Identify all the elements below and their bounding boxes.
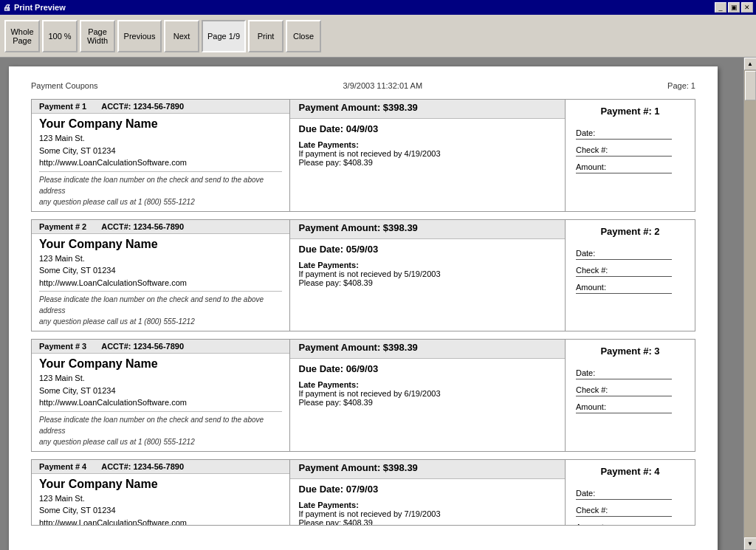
toolbar: Whole Page 100 % Page Width Previous Nex… — [0, 15, 756, 58]
due-date: Due Date: 05/9/03 — [299, 244, 557, 255]
coupon-header: Payment # 1 ACCT#: 1234-56-7890 — [32, 100, 289, 114]
late-payments-title: Late Payments: — [299, 501, 557, 509]
page-header: Payment Coupons 3/9/2003 11:32:01 AM Pag… — [31, 81, 695, 90]
coupon-mid-section: Payment Amount: $398.39 Due Date: 07/9/0… — [290, 460, 566, 525]
scroll-up-button[interactable]: ▲ — [744, 58, 757, 70]
minimize-button[interactable]: _ — [715, 2, 726, 13]
coupon-stub-section: Payment #: 4 Date: Check #: Amount: — [566, 460, 695, 525]
coupon-header: Payment # 3 ACCT#: 1234-56-7890 — [32, 340, 289, 354]
payment-number: Payment # 3 — [39, 342, 86, 351]
coupons-container: Payment # 1 ACCT#: 1234-56-7890 Your Com… — [31, 99, 695, 526]
page-header-left: Payment Coupons — [31, 81, 98, 90]
coupon-4: Payment # 4 ACCT#: 1234-56-7890 Your Com… — [31, 459, 695, 526]
payment-number: Payment # 4 — [39, 462, 86, 471]
late-payments-title: Late Payments: — [299, 380, 557, 389]
stub-amount-field: Amount: — [576, 523, 672, 526]
coupon-note: Please indicate the loan number on the c… — [39, 411, 282, 447]
late-payment-text: If payment is not recieved by 7/19/2003 — [299, 509, 557, 518]
payment-number: Payment # 1 — [39, 102, 86, 111]
previous-button[interactable]: Previous — [117, 20, 162, 52]
late-payment-text: If payment is not recieved by 5/19/2003 — [299, 269, 557, 278]
coupon-address-section: Your Company Name 123 Main St.Some City,… — [32, 234, 289, 331]
payment-amount: Payment Amount: $398.39 — [290, 220, 566, 239]
next-button[interactable]: Next — [164, 20, 199, 52]
page-container: Payment Coupons 3/9/2003 11:32:01 AM Pag… — [0, 58, 743, 550]
coupon-mid-section: Payment Amount: $398.39 Due Date: 04/9/0… — [290, 100, 566, 211]
stub-date-field: Date: — [576, 128, 672, 140]
coupon-address-section: Your Company Name 123 Main St.Some City,… — [32, 114, 289, 211]
payment-amount: Payment Amount: $398.39 — [290, 460, 566, 479]
coupon-mid-section: Payment Amount: $398.39 Due Date: 06/9/0… — [290, 340, 566, 451]
company-name: Your Company Name — [39, 238, 282, 251]
due-date: Due Date: 06/9/03 — [299, 363, 557, 374]
app-icon: 🖨 — [3, 3, 11, 12]
scroll-track[interactable] — [744, 70, 756, 537]
stub-amount-field: Amount: — [576, 283, 672, 294]
due-date: Due Date: 07/9/03 — [299, 484, 557, 495]
stub-check-field: Check #: — [576, 385, 672, 396]
late-payment-amount: Please pay: $408.39 — [299, 158, 557, 167]
coupon-left-section: Payment # 2 ACCT#: 1234-56-7890 Your Com… — [32, 220, 290, 331]
zoom-button[interactable]: 100 % — [42, 20, 78, 52]
coupon-left-section: Payment # 4 ACCT#: 1234-56-7890 Your Com… — [32, 460, 290, 525]
stub-amount-field: Amount: — [576, 402, 672, 413]
payment-amount: Payment Amount: $398.39 — [290, 340, 566, 359]
title-bar: 🖨 Print Preview _ ▣ ✕ — [0, 0, 756, 15]
address: 123 Main St.Some City, ST 01234http://ww… — [39, 132, 282, 169]
title-bar-text: Print Preview — [14, 3, 66, 12]
coupon-3: Payment # 3 ACCT#: 1234-56-7890 Your Com… — [31, 339, 695, 452]
stub-check-field: Check #: — [576, 266, 672, 277]
company-name: Your Company Name — [39, 357, 282, 371]
late-payment-text: If payment is not recieved by 6/19/2003 — [299, 389, 557, 398]
main-area: Payment Coupons 3/9/2003 11:32:01 AM Pag… — [0, 58, 756, 550]
coupon-stub-section: Payment #: 1 Date: Check #: Amount: — [566, 100, 695, 211]
payment-amount: Payment Amount: $398.39 — [290, 100, 566, 119]
scroll-down-button[interactable]: ▼ — [744, 537, 757, 550]
stub-title: Payment #: 2 — [576, 226, 684, 237]
late-payment-text: If payment is not recieved by 4/19/2003 — [299, 149, 557, 158]
whole-page-button[interactable]: Whole Page — [4, 20, 40, 52]
coupon-address-section: Your Company Name 123 Main St.Some City,… — [32, 354, 289, 451]
address: 123 Main St.Some City, ST 01234http://ww… — [39, 372, 282, 409]
restore-button[interactable]: ▣ — [728, 2, 740, 13]
address: 123 Main St.Some City, ST 01234http://ww… — [39, 492, 282, 526]
stub-date-field: Date: — [576, 368, 672, 379]
company-name: Your Company Name — [39, 117, 282, 131]
page-header-center: 3/9/2003 11:32:01 AM — [343, 81, 422, 90]
stub-title: Payment #: 4 — [576, 466, 684, 477]
coupon-left-section: Payment # 3 ACCT#: 1234-56-7890 Your Com… — [32, 340, 290, 451]
coupon-header: Payment # 4 ACCT#: 1234-56-7890 — [32, 460, 289, 474]
stub-title: Payment #: 3 — [576, 346, 684, 357]
account-number: ACCT#: 1234-56-7890 — [101, 462, 184, 471]
window-controls: _ ▣ ✕ — [715, 2, 753, 13]
page-width-button[interactable]: Page Width — [80, 20, 115, 52]
stub-date-field: Date: — [576, 489, 672, 500]
account-number: ACCT#: 1234-56-7890 — [101, 222, 184, 231]
late-payments-title: Late Payments: — [299, 140, 557, 149]
late-payment-amount: Please pay: $408.39 — [299, 398, 557, 407]
stub-date-field: Date: — [576, 249, 672, 260]
due-date: Due Date: 04/9/03 — [299, 123, 557, 134]
page-indicator: Page 1/9 — [202, 20, 246, 52]
late-payment-amount: Please pay: $408.39 — [299, 278, 557, 287]
document-page: Payment Coupons 3/9/2003 11:32:01 AM Pag… — [9, 66, 718, 550]
coupon-1: Payment # 1 ACCT#: 1234-56-7890 Your Com… — [31, 99, 695, 212]
address: 123 Main St.Some City, ST 01234http://ww… — [39, 252, 282, 289]
stub-amount-field: Amount: — [576, 162, 672, 173]
close-preview-button[interactable]: Close — [286, 20, 321, 52]
late-payments-title: Late Payments: — [299, 261, 557, 269]
coupon-2: Payment # 2 ACCT#: 1234-56-7890 Your Com… — [31, 219, 695, 332]
print-button[interactable]: Print — [248, 20, 284, 52]
coupon-address-section: Your Company Name 123 Main St.Some City,… — [32, 474, 289, 526]
account-number: ACCT#: 1234-56-7890 — [101, 342, 184, 351]
close-button[interactable]: ✕ — [741, 2, 753, 13]
account-number: ACCT#: 1234-56-7890 — [101, 102, 184, 111]
stub-check-field: Check #: — [576, 506, 672, 517]
vertical-scrollbar[interactable]: ▲ ▼ — [743, 58, 756, 550]
coupon-note: Please indicate the loan number on the c… — [39, 171, 282, 207]
scroll-thumb[interactable] — [745, 71, 756, 100]
coupon-stub-section: Payment #: 3 Date: Check #: Amount: — [566, 340, 695, 451]
company-name: Your Company Name — [39, 478, 282, 491]
stub-check-field: Check #: — [576, 145, 672, 157]
coupon-note: Please indicate the loan number on the c… — [39, 291, 282, 327]
